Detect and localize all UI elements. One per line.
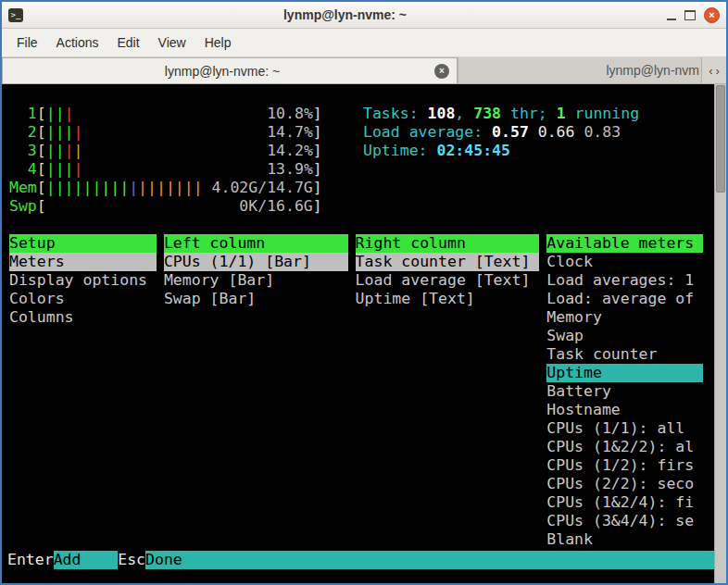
panel-item-load-averages-1[interactable]: Load averages: 1 (546, 271, 703, 290)
meter-close-bracket: ] (313, 197, 322, 216)
tab-inactive-label: lynmp@lyn-nvm (606, 63, 699, 78)
panel-item-uptime[interactable]: Uptime (546, 364, 703, 382)
stat-segment: , (455, 105, 473, 122)
meter-bar-segment: | (74, 160, 83, 178)
fnkey-esc[interactable]: EscDone (118, 551, 714, 569)
meter-bar-segment: | (65, 105, 74, 122)
meter-bar-segments: |||| (46, 123, 83, 142)
stat-line-1: Load average: 0.57 0.66 0.83 (363, 123, 639, 142)
stat-segment: 0.66 (538, 123, 584, 141)
meter-bar: ||||13.9% (46, 160, 313, 179)
panel-item-cpus-1-2-2-al[interactable]: CPUs (1&2/2): al (546, 438, 703, 456)
tab-close-icon[interactable]: × (434, 64, 449, 79)
menu-item-edit[interactable]: Edit (107, 31, 148, 55)
meter-label: 4 (9, 160, 37, 179)
fnkey-enter[interactable]: EnterAdd (7, 551, 118, 569)
panel-item-blank[interactable]: Blank (546, 530, 703, 549)
tab-scroll-left-icon[interactable]: ‹ (709, 64, 712, 78)
htop-meters: 1[|||10.8%]2[||||14.7%]3[||||14.2%]4[|||… (9, 105, 322, 216)
meter-close-bracket: ] (313, 142, 322, 160)
panel-item-task-counter[interactable]: Task counter (546, 345, 703, 364)
stat-segment: Uptime: (363, 142, 436, 159)
maximize-button[interactable] (684, 10, 696, 20)
terminal-scrollbar[interactable] (714, 84, 726, 583)
meter-open-bracket: [ (37, 142, 46, 160)
menu-item-file[interactable]: File (7, 31, 47, 55)
tab-scroll-right-icon[interactable]: › (716, 64, 720, 78)
meter-open-bracket: [ (37, 197, 46, 216)
panel-item-memory-bar[interactable]: Memory [Bar] (164, 271, 348, 290)
meter-row-4: 4[||||13.9%] (9, 160, 322, 179)
scrollbar-thumb[interactable] (716, 85, 725, 193)
tab-inactive[interactable]: lynmp@lyn-nvm (458, 57, 701, 83)
panel-item-swap-bar[interactable]: Swap [Bar] (164, 290, 348, 308)
meter-bar-segment: | (129, 179, 138, 196)
panel-item-swap[interactable]: Swap (546, 327, 703, 345)
menu-item-view[interactable]: View (149, 31, 195, 55)
meter-bar: ||||14.2% (46, 142, 313, 160)
meter-bar: ||||14.7% (46, 123, 313, 142)
htop-stats: Tasks: 108, 738 thr; 1 runningLoad avera… (363, 105, 639, 160)
meter-label: 1 (9, 105, 37, 123)
fn-key-label: Enter (7, 551, 54, 569)
meter-close-bracket: ] (313, 179, 322, 197)
tab-active-label: lynmp@lyn-nvme: ~ (10, 64, 434, 79)
meter-bar-segment: ||| (46, 160, 74, 178)
htop-function-bar: EnterAdd EscDone (2, 551, 714, 569)
meter-bar-segments: ||||||||||||||||| (46, 179, 203, 197)
window-controls: × (667, 7, 720, 23)
meter-label: Swp (9, 197, 37, 216)
panel-item-cpus-1-2-4-fi[interactable]: CPUs (1&2/4): fi (546, 493, 703, 512)
meter-bar: |||10.8% (46, 105, 313, 123)
panel-item-load-average-text[interactable]: Load average [Text] (356, 271, 540, 290)
fn-action-label: Add (54, 551, 119, 569)
meter-bar-segments: ||| (46, 105, 74, 123)
meter-bar-segment: | (65, 142, 74, 159)
meter-bar: 0K/16.6G (46, 197, 313, 216)
tab-active[interactable]: lynmp@lyn-nvme: ~ × (2, 57, 458, 83)
panel-item-meters[interactable]: Meters (9, 253, 157, 271)
meter-open-bracket: [ (37, 123, 46, 142)
meter-label: 2 (9, 123, 37, 142)
panel-header-available-meters: Available meters (546, 234, 703, 253)
panel-item-battery[interactable]: Battery (546, 382, 703, 401)
tab-bar: lynmp@lyn-nvme: ~ × lynmp@lyn-nvm ‹ › (2, 57, 726, 84)
close-button[interactable]: × (704, 7, 720, 23)
meter-bar-segment: ||||||||| (46, 179, 129, 196)
fn-action-label: Done (145, 551, 714, 569)
panel-item-cpus-2-2-seco[interactable]: CPUs (2/2): seco (546, 475, 703, 493)
panel-item-columns[interactable]: Columns (9, 308, 157, 327)
panel-header-right-column: Right column (356, 234, 540, 253)
stat-segment: running (566, 105, 639, 122)
panel-item-load-average-of[interactable]: Load: average of (546, 290, 703, 308)
tab-scroll-arrows: ‹ › (701, 57, 726, 83)
stat-segment: 738 (473, 105, 501, 122)
fn-key-label: Esc (118, 551, 145, 569)
panel-item-display-options[interactable]: Display options (9, 271, 157, 290)
panel-item-cpus-1-2-firs[interactable]: CPUs (1/2): firs (546, 456, 703, 475)
meter-row-3: 3[||||14.2%] (9, 142, 322, 160)
menu-item-actions[interactable]: Actions (47, 31, 108, 55)
meter-row-mem: Mem[|||||||||||||||||4.02G/14.7G] (9, 179, 322, 197)
panel-item-colors[interactable]: Colors (9, 290, 157, 308)
panel-header-setup: Setup (9, 234, 157, 253)
panel-item-cpus-1-1-all[interactable]: CPUs (1/1): all (546, 419, 703, 438)
htop-setup-panels: SetupMetersDisplay optionsColorsColumnsL… (9, 234, 703, 549)
meter-row-swp: Swp[0K/16.6G] (9, 197, 322, 216)
panel-item-memory[interactable]: Memory (546, 308, 703, 327)
title-bar: >_ lynmp@lyn-nvme: ~ × (2, 2, 726, 29)
panel-item-clock[interactable]: Clock (546, 253, 703, 271)
meter-value: 14.2% (267, 142, 313, 160)
panel-item-hostname[interactable]: Hostname (546, 401, 703, 419)
meter-value: 4.02G/14.7G (212, 179, 313, 197)
meter-label: Mem (9, 179, 37, 197)
menu-item-help[interactable]: Help (195, 31, 241, 55)
panel-item-cpus-3-4-4-se[interactable]: CPUs (3&4/4): se (546, 512, 703, 530)
meter-close-bracket: ] (313, 105, 322, 123)
minimize-button[interactable] (667, 10, 676, 20)
meter-open-bracket: [ (37, 160, 46, 179)
panel-item-task-counter-text[interactable]: Task counter [Text] (356, 253, 540, 271)
panel-left-column: Left columnCPUs (1/1) [Bar]Memory [Bar]S… (164, 234, 348, 549)
panel-item-cpus-1-1-bar[interactable]: CPUs (1/1) [Bar] (164, 253, 348, 271)
panel-item-uptime-text[interactable]: Uptime [Text] (356, 290, 540, 308)
